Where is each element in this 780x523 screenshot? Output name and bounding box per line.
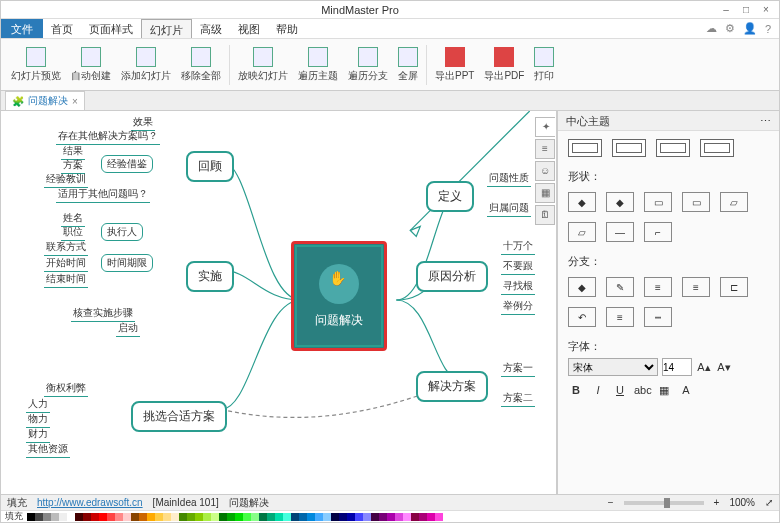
- menu-tab-advanced[interactable]: 高级: [192, 19, 230, 38]
- color-swatch[interactable]: [195, 513, 203, 521]
- italic-button[interactable]: I: [590, 384, 606, 397]
- shape-item[interactable]: ▭: [644, 192, 672, 212]
- menu-tab-view[interactable]: 视图: [230, 19, 268, 38]
- leaf[interactable]: 经验教训: [44, 172, 88, 188]
- fit-button[interactable]: ⤢: [765, 497, 773, 508]
- canvas[interactable]: 问题解决 回顾 实施 挑选合适方案 定义 原因分析 解决方案 效果 存在其他解决…: [1, 111, 557, 494]
- color-swatch[interactable]: [395, 513, 403, 521]
- branch-item[interactable]: ≡: [606, 307, 634, 327]
- document-tab[interactable]: 🧩 问题解决 ×: [5, 91, 85, 110]
- color-swatch[interactable]: [91, 513, 99, 521]
- color-swatch[interactable]: [307, 513, 315, 521]
- leaf[interactable]: 职位: [61, 225, 85, 241]
- font-size-input[interactable]: [662, 358, 692, 376]
- menu-tab-home[interactable]: 首页: [43, 19, 81, 38]
- leaf[interactable]: 方案一: [501, 361, 535, 377]
- layout-item[interactable]: [568, 139, 602, 157]
- sidetab-clipart[interactable]: ▦: [535, 183, 555, 203]
- color-swatch[interactable]: [419, 513, 427, 521]
- color-swatch[interactable]: [355, 513, 363, 521]
- color-swatch[interactable]: [203, 513, 211, 521]
- shape-item[interactable]: ▱: [568, 222, 596, 242]
- cloud-icon[interactable]: ☁: [706, 22, 717, 35]
- color-swatch[interactable]: [123, 513, 131, 521]
- zoom-out[interactable]: −: [608, 497, 614, 508]
- zoom-slider[interactable]: [624, 501, 704, 505]
- shape-item[interactable]: —: [606, 222, 634, 242]
- leaf[interactable]: 执行人: [101, 223, 143, 241]
- menu-file[interactable]: 文件: [1, 19, 43, 38]
- leaf[interactable]: 适用于其他问题吗？: [56, 187, 150, 203]
- bold-button[interactable]: B: [568, 384, 584, 397]
- sidepanel-menu-icon[interactable]: ⋯: [760, 111, 771, 130]
- color-swatch[interactable]: [35, 513, 43, 521]
- color-swatch[interactable]: [179, 513, 187, 521]
- color-swatch[interactable]: [267, 513, 275, 521]
- color-swatch[interactable]: [27, 513, 35, 521]
- leaf[interactable]: 时间期限: [101, 254, 153, 272]
- color-swatch[interactable]: [211, 513, 219, 521]
- leaf[interactable]: 其他资源: [26, 442, 70, 458]
- color-swatch[interactable]: [155, 513, 163, 521]
- branch-item[interactable]: ✎: [606, 277, 634, 297]
- color-swatch[interactable]: [259, 513, 267, 521]
- strike-button[interactable]: abc: [634, 384, 650, 397]
- ribbon-traverse-topic[interactable]: 遍历主题: [294, 41, 342, 89]
- branch-item[interactable]: ↶: [568, 307, 596, 327]
- leaf[interactable]: 衡权利弊: [44, 381, 88, 397]
- leaf[interactable]: 不要跟: [501, 259, 535, 275]
- leaf[interactable]: 十万个: [501, 239, 535, 255]
- color-swatch[interactable]: [427, 513, 435, 521]
- color-swatch[interactable]: [403, 513, 411, 521]
- leaf[interactable]: 物力: [26, 412, 50, 428]
- color-swatch[interactable]: [363, 513, 371, 521]
- color-swatch[interactable]: [387, 513, 395, 521]
- ribbon-remove-all[interactable]: 移除全部: [177, 41, 225, 89]
- ribbon-export-pdf[interactable]: 导出PDF: [480, 41, 528, 89]
- color-swatch[interactable]: [299, 513, 307, 521]
- color-swatch[interactable]: [227, 513, 235, 521]
- color-swatch[interactable]: [171, 513, 179, 521]
- color-swatch[interactable]: [83, 513, 91, 521]
- ribbon-fullscreen[interactable]: 全屏: [394, 41, 422, 89]
- color-swatch[interactable]: [147, 513, 155, 521]
- leaf[interactable]: 方案二: [501, 391, 535, 407]
- color-swatch[interactable]: [131, 513, 139, 521]
- leaf[interactable]: 问题性质: [487, 171, 531, 187]
- color-swatch[interactable]: [67, 513, 75, 521]
- color-swatch[interactable]: [163, 513, 171, 521]
- color-swatch[interactable]: [75, 513, 83, 521]
- node-review[interactable]: 回顾: [186, 151, 234, 182]
- zoom-in[interactable]: +: [714, 497, 720, 508]
- layout-item[interactable]: [612, 139, 646, 157]
- menu-tab-help[interactable]: 帮助: [268, 19, 306, 38]
- font-decrease[interactable]: A▾: [716, 361, 732, 374]
- center-topic[interactable]: 问题解决: [291, 241, 387, 351]
- leaf[interactable]: 经验借鉴: [101, 155, 153, 173]
- highlight-button[interactable]: ▦: [656, 384, 672, 397]
- font-name-select[interactable]: 宋体: [568, 358, 658, 376]
- leaf[interactable]: 启动: [116, 321, 140, 337]
- leaf[interactable]: 寻找根: [501, 279, 535, 295]
- color-swatch[interactable]: [243, 513, 251, 521]
- shape-item[interactable]: ▭: [682, 192, 710, 212]
- ribbon-auto-create[interactable]: 自动创建: [67, 41, 115, 89]
- node-cause[interactable]: 原因分析: [416, 261, 488, 292]
- branch-item[interactable]: ≡: [682, 277, 710, 297]
- node-select[interactable]: 挑选合适方案: [131, 401, 227, 432]
- color-swatch[interactable]: [99, 513, 107, 521]
- color-swatch[interactable]: [115, 513, 123, 521]
- layout-item[interactable]: [656, 139, 690, 157]
- color-swatch[interactable]: [187, 513, 195, 521]
- font-increase[interactable]: A▴: [696, 361, 712, 374]
- sidetab-style[interactable]: ✦: [535, 117, 555, 137]
- shape-item[interactable]: ⌐: [644, 222, 672, 242]
- menu-tab-slideshow[interactable]: 幻灯片: [141, 19, 192, 38]
- color-swatch[interactable]: [323, 513, 331, 521]
- color-swatch[interactable]: [139, 513, 147, 521]
- leaf[interactable]: 结束时间: [44, 272, 88, 288]
- color-swatch[interactable]: [275, 513, 283, 521]
- color-swatch[interactable]: [107, 513, 115, 521]
- ribbon-slide-preview[interactable]: 幻灯片预览: [7, 41, 65, 89]
- color-swatch[interactable]: [411, 513, 419, 521]
